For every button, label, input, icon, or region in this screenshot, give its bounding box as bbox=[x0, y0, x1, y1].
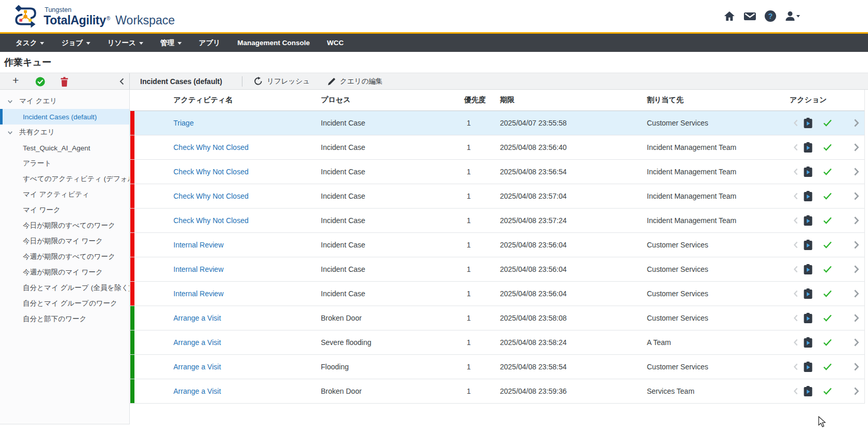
nav-item[interactable]: リソース bbox=[107, 38, 143, 48]
chevron-down-icon[interactable] bbox=[7, 98, 13, 105]
sidebar-query-item[interactable]: 今週が期限のすべてのワーク bbox=[0, 249, 129, 265]
take-activity-icon[interactable] bbox=[803, 167, 813, 177]
next-item-icon[interactable] bbox=[853, 118, 860, 128]
next-item-icon[interactable] bbox=[853, 167, 860, 176]
take-activity-icon[interactable] bbox=[803, 362, 813, 372]
previous-item-icon[interactable] bbox=[793, 314, 799, 322]
next-item-icon[interactable] bbox=[853, 240, 860, 250]
complete-activity-icon[interactable] bbox=[823, 290, 832, 298]
sidebar-query-item[interactable]: Incident Cases (default) bbox=[0, 109, 129, 125]
nav-item[interactable]: ジョブ bbox=[61, 38, 90, 48]
brand-logo[interactable]: Tungsten TotalAgility ® Workspace bbox=[13, 4, 175, 28]
table-row[interactable]: Internal Review Incident Case 1 2025/04/… bbox=[130, 282, 864, 306]
activity-link[interactable]: Check Why Not Closed bbox=[173, 168, 249, 176]
column-header-activity[interactable]: アクティビティ名 bbox=[173, 95, 233, 105]
sidebar-query-item[interactable]: 自分とマイ グループ (全員を除く) bbox=[0, 280, 129, 296]
nav-item[interactable]: アプリ bbox=[199, 38, 220, 48]
activity-link[interactable]: Check Why Not Closed bbox=[173, 143, 249, 151]
mail-icon[interactable] bbox=[743, 10, 757, 22]
complete-activity-icon[interactable] bbox=[823, 363, 832, 371]
sidebar-query-item[interactable]: 自分と部下のワーク bbox=[0, 311, 129, 327]
take-activity-icon[interactable] bbox=[803, 264, 813, 275]
nav-item[interactable]: Management Console bbox=[237, 39, 310, 47]
complete-activity-icon[interactable] bbox=[823, 339, 832, 347]
help-icon[interactable]: ? bbox=[764, 10, 777, 22]
table-row[interactable]: Internal Review Incident Case 1 2025/04/… bbox=[130, 233, 864, 257]
activity-link[interactable]: Triage bbox=[173, 119, 194, 127]
activity-link[interactable]: Check Why Not Closed bbox=[173, 216, 249, 225]
next-item-icon[interactable] bbox=[853, 289, 860, 298]
home-icon[interactable] bbox=[723, 10, 736, 22]
take-activity-icon[interactable] bbox=[803, 337, 813, 348]
sidebar-query-item[interactable]: Test_Quick_AI_Agent bbox=[0, 140, 129, 156]
next-item-icon[interactable] bbox=[853, 362, 860, 371]
previous-item-icon[interactable] bbox=[793, 338, 799, 347]
previous-item-icon[interactable] bbox=[793, 119, 799, 127]
sidebar-query-item[interactable]: マイ ワーク bbox=[0, 202, 129, 218]
nav-item[interactable]: WCC bbox=[327, 39, 344, 47]
next-item-icon[interactable] bbox=[853, 216, 860, 225]
take-activity-icon[interactable] bbox=[803, 215, 813, 226]
previous-item-icon[interactable] bbox=[793, 363, 799, 371]
column-header-assignee[interactable]: 割り当て先 bbox=[647, 95, 684, 105]
previous-item-icon[interactable] bbox=[793, 216, 799, 225]
add-query-button[interactable]: + bbox=[12, 75, 19, 86]
previous-item-icon[interactable] bbox=[793, 143, 799, 151]
table-row[interactable]: Triage Incident Case 1 2025/04/07 23:55:… bbox=[130, 111, 864, 135]
previous-item-icon[interactable] bbox=[793, 289, 799, 298]
column-header-priority[interactable]: 優先度 bbox=[464, 95, 486, 105]
sidebar-query-item[interactable]: 自分とマイ グループのワーク bbox=[0, 296, 129, 311]
sidebar-query-item[interactable]: マイ クエリ bbox=[0, 93, 129, 109]
activity-link[interactable]: Check Why Not Closed bbox=[173, 192, 249, 200]
table-row[interactable]: Check Why Not Closed Incident Case 1 202… bbox=[130, 209, 864, 233]
previous-item-icon[interactable] bbox=[793, 192, 799, 200]
complete-activity-icon[interactable] bbox=[823, 168, 832, 176]
sidebar-query-item[interactable]: マイ アクティビティ bbox=[0, 187, 129, 202]
take-activity-icon[interactable] bbox=[803, 240, 813, 251]
next-item-icon[interactable] bbox=[853, 338, 860, 347]
activity-link[interactable]: Internal Review bbox=[173, 241, 224, 249]
activity-link[interactable]: Arrange a Visit bbox=[173, 338, 221, 347]
sidebar-query-item[interactable]: 今日が期限のすべてのワーク bbox=[0, 218, 129, 233]
sidebar-query-item[interactable]: 共有クエリ bbox=[0, 125, 129, 140]
table-row[interactable]: Arrange a Visit Severe flooding 1 2025/0… bbox=[130, 330, 864, 355]
sidebar-query-item[interactable]: すべてのアクティビティ (デフォルト) bbox=[0, 171, 129, 187]
delete-query-button[interactable] bbox=[60, 77, 69, 87]
next-item-icon[interactable] bbox=[853, 265, 860, 274]
complete-activity-icon[interactable] bbox=[823, 314, 832, 322]
previous-item-icon[interactable] bbox=[793, 241, 799, 249]
table-row[interactable]: Check Why Not Closed Incident Case 1 202… bbox=[130, 160, 864, 184]
take-activity-icon[interactable] bbox=[803, 386, 813, 397]
activity-link[interactable]: Internal Review bbox=[173, 289, 224, 298]
previous-item-icon[interactable] bbox=[793, 168, 799, 176]
previous-item-icon[interactable] bbox=[793, 265, 799, 273]
sidebar-query-item[interactable]: アラート bbox=[0, 156, 129, 171]
complete-activity-icon[interactable] bbox=[823, 192, 832, 200]
activity-link[interactable]: Internal Review bbox=[173, 265, 224, 273]
table-row[interactable]: Arrange a Visit Broken Door 1 2025/04/08… bbox=[130, 306, 864, 330]
take-activity-icon[interactable] bbox=[803, 313, 813, 324]
nav-item[interactable]: 管理 bbox=[160, 38, 182, 48]
column-header-process[interactable]: プロセス bbox=[321, 95, 350, 105]
activity-link[interactable]: Arrange a Visit bbox=[173, 387, 221, 395]
next-item-icon[interactable] bbox=[853, 386, 860, 396]
nav-item[interactable]: タスク bbox=[16, 38, 44, 48]
sidebar-query-item[interactable]: 今日が期限のマイ ワーク bbox=[0, 233, 129, 249]
next-item-icon[interactable] bbox=[853, 143, 860, 152]
take-activity-icon[interactable] bbox=[803, 191, 813, 202]
complete-activity-icon[interactable] bbox=[823, 217, 832, 225]
complete-activity-icon[interactable] bbox=[823, 266, 832, 273]
next-item-icon[interactable] bbox=[853, 191, 860, 201]
user-menu-icon[interactable] bbox=[784, 10, 802, 22]
table-row[interactable]: Arrange a Visit Flooding 1 2025/04/08 23… bbox=[130, 355, 864, 379]
sidebar-query-item[interactable]: 今週が期限のマイ ワーク bbox=[0, 265, 129, 280]
table-row[interactable]: Arrange a Visit Broken Door 1 2025/04/08… bbox=[130, 379, 864, 404]
previous-item-icon[interactable] bbox=[793, 387, 799, 395]
chevron-down-icon[interactable] bbox=[7, 129, 13, 136]
complete-activity-icon[interactable] bbox=[823, 119, 832, 127]
table-row[interactable]: Check Why Not Closed Incident Case 1 202… bbox=[130, 184, 864, 209]
take-activity-icon[interactable] bbox=[803, 142, 813, 153]
refresh-button[interactable]: リフレッシュ bbox=[254, 77, 310, 86]
activity-link[interactable]: Arrange a Visit bbox=[173, 314, 221, 322]
column-header-due[interactable]: 期限 bbox=[500, 95, 514, 105]
